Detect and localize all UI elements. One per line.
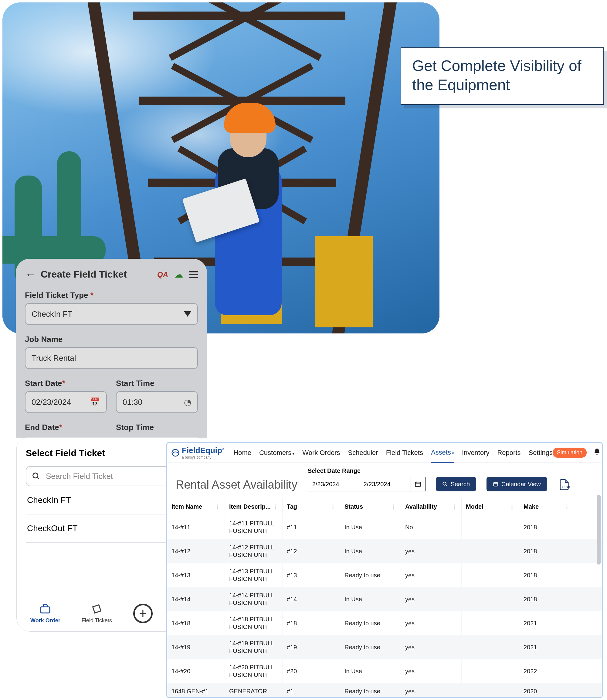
- cell-desc: 14-#13 PITBULL FUSION UNIT: [225, 563, 282, 587]
- job-name-input[interactable]: Truck Rental: [25, 347, 198, 369]
- nav-item-work-orders[interactable]: Work Orders: [302, 443, 340, 462]
- cell-desc: 14-#11 PITBULL FUSION UNIT: [225, 515, 282, 539]
- cell-avail: yes: [401, 587, 462, 611]
- simulation-badge[interactable]: Simulation: [553, 448, 587, 458]
- search-icon: [32, 472, 40, 480]
- table-row[interactable]: 14-#1914-#19 PITBULL FUSION UNIT#19Ready…: [167, 635, 602, 659]
- start-date-input[interactable]: 02/23/2024 📅: [25, 391, 107, 413]
- date-to-input[interactable]: 2/23/2024: [359, 477, 411, 492]
- calendar-picker-icon[interactable]: [411, 477, 425, 492]
- cell-tag: #12: [282, 539, 340, 563]
- nav-item-reports[interactable]: Reports: [497, 443, 521, 462]
- cell-avail: yes: [401, 611, 462, 635]
- back-arrow-icon[interactable]: ←: [25, 268, 37, 281]
- table-row[interactable]: 14-#2014-#20 PITBULL FUSION UNIT#20In Us…: [167, 659, 602, 683]
- column-menu-icon[interactable]: ⋮: [273, 506, 278, 508]
- cell-tag: #11: [282, 515, 340, 539]
- cell-name: 14-#12: [167, 539, 225, 563]
- column-header[interactable]: Availability⋮: [401, 498, 462, 515]
- chevron-down-icon: [184, 311, 191, 317]
- cell-model: [462, 539, 519, 563]
- nav-item-field-tickets[interactable]: Field Tickets: [386, 443, 423, 462]
- cell-status: Ready to use: [340, 563, 401, 587]
- nav-item-home[interactable]: Home: [233, 443, 251, 462]
- cell-name: 14-#14: [167, 587, 225, 611]
- hamburger-menu-icon[interactable]: [189, 271, 198, 278]
- table-row[interactable]: 14-#1214-#12 PITBULL FUSION UNIT#12In Us…: [167, 539, 602, 563]
- svg-rect-11: [494, 483, 498, 486]
- nav-add[interactable]: +: [133, 604, 153, 623]
- cell-avail: No: [401, 515, 462, 539]
- cell-model: [462, 587, 519, 611]
- column-menu-icon[interactable]: ⋮: [391, 506, 396, 508]
- table-row[interactable]: 14-#1314-#13 PITBULL FUSION UNIT#13Ready…: [167, 563, 602, 587]
- cell-name: 1648 GEN-#1: [167, 683, 225, 698]
- chevron-down-icon: ▾: [452, 451, 454, 456]
- column-menu-icon[interactable]: ⋮: [215, 506, 220, 508]
- nav-work-order[interactable]: Work Order: [30, 603, 60, 624]
- cell-make: 2022: [519, 659, 574, 683]
- cell-status: In Use: [340, 539, 401, 563]
- date-from-input[interactable]: 2/23/2024: [308, 477, 359, 492]
- table-row[interactable]: 14-#1114-#11 PITBULL FUSION UNIT#11In Us…: [167, 515, 602, 539]
- cell-make: 2018: [519, 515, 574, 539]
- column-header[interactable]: Make⋮: [519, 498, 574, 515]
- cell-status: Ready to use: [340, 635, 401, 659]
- cell-tag: #13: [282, 563, 340, 587]
- cell-desc: GENERATOR: [225, 683, 282, 698]
- cell-make: 2021: [519, 611, 574, 635]
- cell-model: [462, 635, 519, 659]
- label-start-time: Start Time: [116, 379, 198, 388]
- logo-icon: [171, 448, 180, 457]
- ticket-icon: [90, 603, 104, 615]
- calendar-icon: [493, 481, 498, 487]
- column-header[interactable]: Status⋮: [340, 498, 401, 515]
- column-header[interactable]: Item Descrip...⋮: [225, 498, 282, 515]
- search-button[interactable]: Search: [436, 477, 476, 492]
- column-menu-icon[interactable]: ⋮: [564, 506, 570, 508]
- label-stop-time: Stop Time: [116, 423, 198, 432]
- calendar-view-button[interactable]: Calendar View: [486, 477, 547, 492]
- brand-logo[interactable]: FieldEquip® a bursys company: [171, 446, 224, 459]
- svg-line-1: [37, 477, 39, 479]
- field-ticket-type-select[interactable]: CheckIn FT: [25, 303, 198, 325]
- bell-icon[interactable]: [593, 448, 601, 457]
- cell-tag: #19: [282, 635, 340, 659]
- nav-item-settings[interactable]: Settings: [529, 443, 553, 462]
- nav-field-tickets[interactable]: Field Tickets: [82, 603, 112, 624]
- cell-tag: #1: [282, 683, 340, 698]
- scrollbar-thumb[interactable]: [597, 495, 601, 564]
- mobile-create-ticket-panel: ← Create Field Ticket QA ☁ Field Ticket …: [16, 259, 207, 438]
- column-menu-icon[interactable]: ⋮: [509, 506, 515, 508]
- label-start-date: Start Date*: [25, 379, 107, 388]
- column-header[interactable]: Tag⋮: [282, 498, 340, 515]
- nav-item-scheduler[interactable]: Scheduler: [348, 443, 378, 462]
- svg-rect-2: [41, 607, 50, 613]
- cell-model: [462, 659, 519, 683]
- table-row[interactable]: 14-#1814-#18 PITBULL FUSION UNIT#18Ready…: [167, 611, 602, 635]
- cell-name: 14-#13: [167, 563, 225, 587]
- calendar-icon: 📅: [89, 397, 100, 407]
- nav-item-inventory[interactable]: Inventory: [462, 443, 489, 462]
- chevron-down-icon: ▾: [292, 451, 294, 456]
- nav-item-customers[interactable]: Customers▾: [259, 443, 294, 462]
- nav-item-assets[interactable]: Assets▾: [431, 443, 454, 463]
- table-row[interactable]: 1648 GEN-#1GENERATOR#1Ready to useyes202…: [167, 683, 602, 698]
- column-header[interactable]: Model⋮: [462, 498, 519, 515]
- label-end-date: End Date*: [25, 423, 107, 432]
- cell-avail: yes: [401, 659, 462, 683]
- briefcase-icon: [39, 603, 52, 615]
- column-header[interactable]: Item Name⋮: [167, 498, 225, 515]
- cell-status: Ready to use: [340, 611, 401, 635]
- svg-point-0: [33, 473, 38, 478]
- column-menu-icon[interactable]: ⋮: [330, 506, 336, 508]
- export-xlsx-icon[interactable]: XLSX: [558, 478, 571, 492]
- column-menu-icon[interactable]: ⋮: [452, 506, 457, 508]
- cloud-sync-icon[interactable]: ☁: [174, 269, 183, 280]
- cell-status: Ready to use: [340, 683, 401, 698]
- cell-name: 14-#18: [167, 611, 225, 635]
- table-row[interactable]: 14-#1414-#14 PITBULL FUSION UNIT#14In Us…: [167, 587, 602, 611]
- start-time-input[interactable]: 01:30 ◔: [116, 391, 198, 413]
- cell-desc: 14-#20 PITBULL FUSION UNIT: [225, 659, 282, 683]
- clock-icon: ◔: [184, 397, 191, 407]
